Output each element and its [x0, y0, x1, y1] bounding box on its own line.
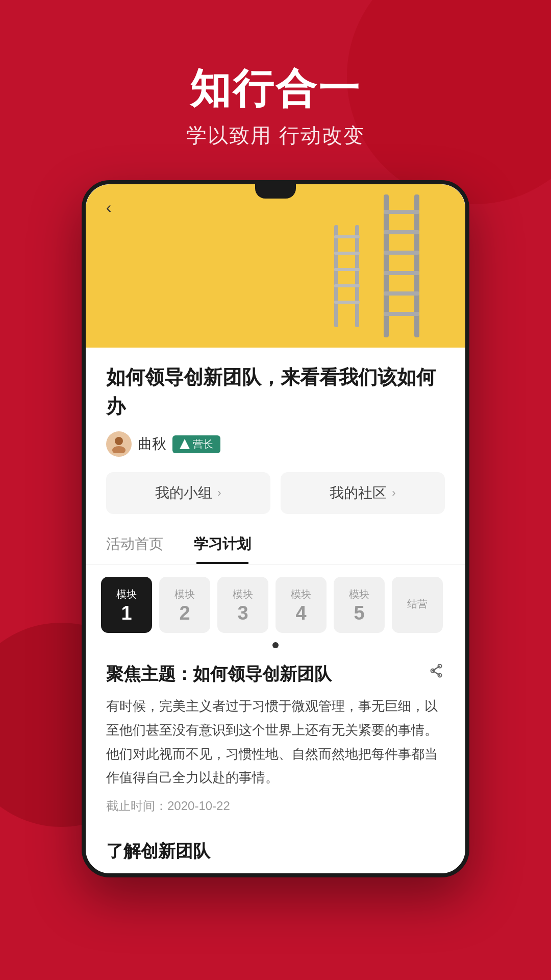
sub-section: 了解创新团队: [86, 826, 465, 873]
svg-point-0: [115, 437, 123, 445]
hero-image: ‹: [86, 184, 465, 348]
module-3[interactable]: 模块 3: [217, 577, 268, 633]
page-title: 知行合一: [0, 66, 551, 111]
sub-section-title: 了解创新团队: [106, 840, 445, 863]
section-header: 聚焦主题：如何领导创新团队: [106, 663, 445, 686]
deadline-text: 截止时间：2020-10-22: [106, 798, 445, 814]
module-dots: [86, 638, 465, 650]
tab-activity-home[interactable]: 活动首页: [91, 524, 179, 564]
page-subtitle: 学以致用 行动改变: [0, 121, 551, 150]
avatar: [106, 431, 132, 457]
my-community-button[interactable]: 我的社区 ›: [281, 472, 445, 514]
camera-notch: [255, 184, 296, 199]
phone-wrapper: ‹: [0, 180, 551, 877]
phone-inner: ‹: [86, 184, 465, 873]
module-dot-indicator: [272, 642, 279, 648]
author-row: 曲秋 营长: [106, 431, 445, 457]
modules-row: 模块 1 模块 2 模块 3 模块 4 模块 5: [86, 565, 465, 638]
phone-frame: ‹: [82, 180, 469, 877]
content-section: 聚焦主题：如何领导创新团队 有时候，完美主义者过于习惯于微观管理，事无巨细，以至…: [86, 650, 465, 826]
article-title: 如何领导创新团队，来看看我们该如何办: [106, 363, 445, 421]
share-svg: [429, 664, 445, 680]
svg-point-1: [112, 446, 126, 453]
tabs-bar: 活动首页 学习计划: [86, 524, 465, 565]
module-5[interactable]: 模块 5: [334, 577, 385, 633]
focus-body: 有时候，完美主义者过于习惯于微观管理，事无巨细，以至他们甚至没有意识到这个世界上…: [106, 694, 445, 790]
badge-triangle-icon: [180, 439, 190, 449]
module-2[interactable]: 模块 2: [159, 577, 210, 633]
ladder-small: [330, 225, 363, 327]
module-end[interactable]: 结营: [392, 577, 443, 633]
module-1[interactable]: 模块 1: [101, 577, 152, 633]
back-button[interactable]: ‹: [96, 194, 121, 220]
author-name: 曲秋: [138, 434, 166, 454]
tab-study-plan[interactable]: 学习计划: [179, 524, 266, 564]
my-group-button[interactable]: 我的小组 ›: [106, 472, 270, 514]
avatar-icon: [110, 435, 128, 453]
chevron-right-icon: ›: [217, 486, 221, 500]
focus-title: 聚焦主题：如何领导创新团队: [106, 663, 332, 686]
module-4[interactable]: 模块 4: [276, 577, 327, 633]
chevron-right-icon: ›: [392, 486, 395, 500]
header-section: 知行合一 学以致用 行动改变: [0, 0, 551, 180]
article-area: 如何领导创新团队，来看看我们该如何办 曲秋 营长: [86, 348, 465, 524]
ladder-large: [379, 194, 424, 337]
nav-buttons: 我的小组 › 我的社区 ›: [106, 472, 445, 524]
share-icon[interactable]: [429, 664, 445, 684]
author-badge: 营长: [172, 435, 220, 453]
